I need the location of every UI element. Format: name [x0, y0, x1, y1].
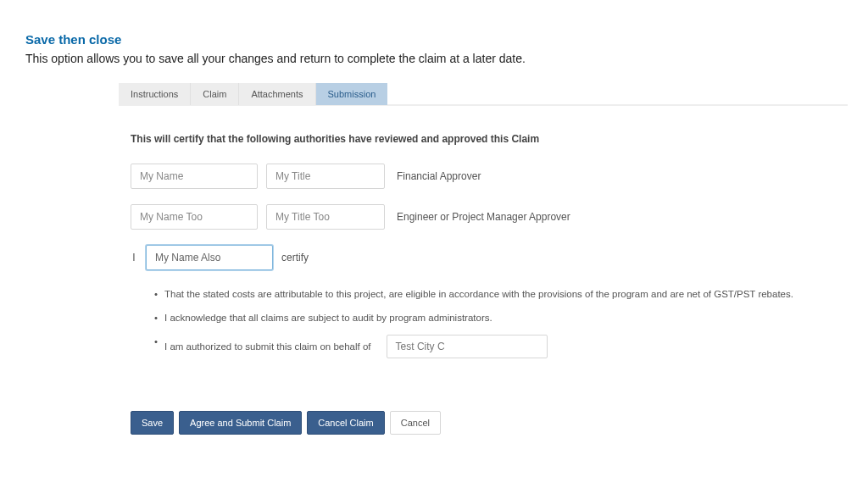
- save-button[interactable]: Save: [131, 411, 174, 435]
- approver-row-1: My Name My Title Financial Approver: [131, 164, 836, 189]
- approver-1-title-input[interactable]: My Title: [266, 164, 385, 189]
- claim-panel: Instructions Claim Attachments Submissio…: [119, 84, 848, 435]
- tab-spacer: [387, 83, 848, 105]
- certify-suffix: certify: [281, 252, 309, 263]
- approver-2-role: Engineer or Project Manager Approver: [397, 211, 570, 223]
- tab-bar: Instructions Claim Attachments Submissio…: [119, 84, 848, 106]
- certify-prefix: I: [131, 252, 137, 263]
- cancel-button[interactable]: Cancel: [390, 411, 441, 435]
- page-title: Save then close: [25, 32, 843, 47]
- tab-instructions[interactable]: Instructions: [119, 83, 191, 105]
- bullet-1: That the stated costs are attributable t…: [154, 287, 836, 301]
- bullet-2: I acknowledge that all claims are subjec…: [154, 311, 836, 324]
- certification-bullets: That the stated costs are attributable t…: [154, 287, 836, 358]
- approver-2-name-input[interactable]: My Name Too: [131, 204, 258, 230]
- page-description: This option allows you to save all your …: [25, 52, 843, 65]
- tab-claim[interactable]: Claim: [191, 83, 239, 105]
- certification-heading: This will certify that the following aut…: [131, 133, 836, 145]
- submission-content: This will certify that the following aut…: [119, 106, 848, 377]
- bullet-3: I am authorized to submit this claim on …: [154, 335, 836, 358]
- approver-1-role: Financial Approver: [397, 170, 481, 182]
- approver-row-2: My Name Too My Title Too Engineer or Pro…: [131, 204, 836, 230]
- tab-submission[interactable]: Submission: [316, 83, 388, 105]
- self-certify-row: I My Name Also certify: [131, 245, 836, 270]
- button-bar: Save Agree and Submit Claim Cancel Claim…: [119, 411, 848, 435]
- approver-1-name-input[interactable]: My Name: [131, 164, 258, 189]
- approver-2-title-input[interactable]: My Title Too: [266, 204, 385, 230]
- agree-submit-button[interactable]: Agree and Submit Claim: [179, 411, 302, 435]
- on-behalf-of-input[interactable]: Test City C: [387, 335, 548, 358]
- tab-attachments[interactable]: Attachments: [239, 83, 315, 105]
- bullet-3-prefix: I am authorized to submit this claim on …: [164, 340, 371, 353]
- self-certify-name-input[interactable]: My Name Also: [146, 245, 273, 270]
- cancel-claim-button[interactable]: Cancel Claim: [307, 411, 384, 435]
